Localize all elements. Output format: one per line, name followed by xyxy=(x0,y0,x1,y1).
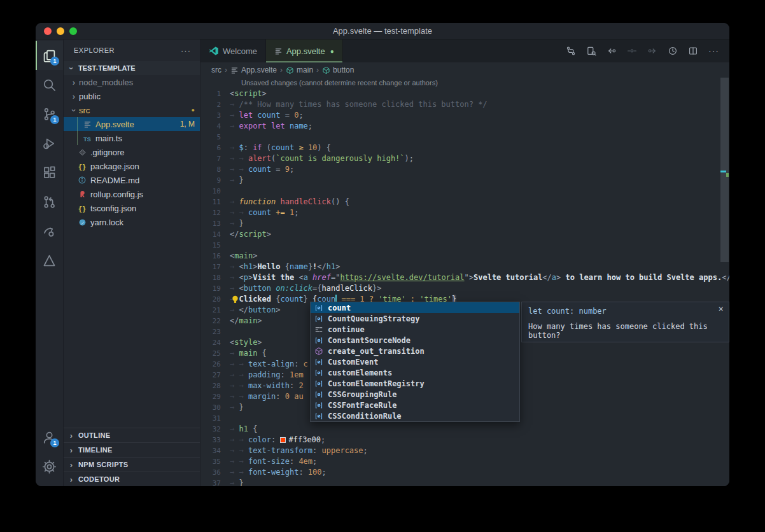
more-actions-icon[interactable]: ··· xyxy=(708,46,719,56)
breadcrumb-item-src[interactable]: src xyxy=(211,66,221,74)
panel-npm-scripts[interactable]: ›NPM SCRIPTS xyxy=(64,457,200,472)
indent-guide xyxy=(77,131,78,145)
suggestion-CustomElementRegistry[interactable]: CustomElementRegistry xyxy=(311,378,519,389)
suggestion-CSSGroupingRule[interactable]: CSSGroupingRule xyxy=(311,389,519,400)
tab-app-svelte[interactable]: App.svelte● xyxy=(266,39,343,62)
badge: 1 xyxy=(50,115,59,124)
chevron-right-icon: › xyxy=(69,78,79,87)
suggestion-continue[interactable]: continue xyxy=(311,324,519,335)
tree-file-.gitignore[interactable]: .gitignore xyxy=(64,145,200,159)
panel-label: OUTLINE xyxy=(78,431,110,439)
activity-item-accounts[interactable]: 1 xyxy=(36,423,63,452)
suggestion-CSSConditionRule[interactable]: CSSConditionRule xyxy=(311,410,519,421)
indent-marker: → xyxy=(239,446,248,455)
suggestion-CustomEvent[interactable]: CustomEvent xyxy=(311,356,519,367)
activity-item-explorer[interactable]: 1 xyxy=(36,41,63,70)
window-title: App.svelte — test-template xyxy=(333,26,432,36)
indent-marker: → xyxy=(230,446,239,455)
tree-file-App.svelte[interactable]: App.svelte1, M xyxy=(64,117,200,131)
minimize-window-button[interactable] xyxy=(57,27,64,35)
activity-item-settings[interactable] xyxy=(36,452,63,481)
badge: 1 xyxy=(50,438,59,447)
panel-outline[interactable]: ›OUTLINE xyxy=(64,428,200,442)
current-change-icon[interactable] xyxy=(627,46,637,56)
readme-icon xyxy=(78,176,87,185)
line-number: 28 xyxy=(200,381,230,391)
code-line: 2→ /** How many times has someone clicke… xyxy=(200,99,729,110)
indent-marker: → xyxy=(230,219,239,228)
chevron-down-icon: › xyxy=(69,105,79,115)
line-number: 21 xyxy=(200,305,230,316)
tree-folder-public[interactable]: ›public xyxy=(64,89,200,103)
tab-welcome[interactable]: Welcome xyxy=(200,39,266,62)
breadcrumb-item-main[interactable]: main xyxy=(286,66,313,74)
zoom-window-button[interactable] xyxy=(69,27,77,35)
split-editor-icon[interactable] xyxy=(688,46,698,56)
line-number: 34 xyxy=(200,445,230,456)
panel-codetour[interactable]: ›CODETOUR xyxy=(64,472,200,486)
activity-item-extensions[interactable] xyxy=(36,158,63,187)
suggestion-create_out_transition[interactable]: create_out_transition xyxy=(311,346,519,356)
code-editor[interactable]: Unsaved changes (cannot determine recent… xyxy=(200,78,729,486)
azure-icon xyxy=(42,253,57,268)
file-label: src xyxy=(79,106,90,115)
breadcrumb-label: App.svelte xyxy=(241,66,277,74)
line-content: → → count += 1; xyxy=(230,207,298,218)
code-line: 8→ → count = 9; xyxy=(200,164,729,175)
editor-actions: ··· xyxy=(566,39,729,62)
vscode-icon xyxy=(209,46,219,56)
breadcrumb-separator: › xyxy=(225,66,227,74)
tree-file-tsconfig.json[interactable]: {}tsconfig.json xyxy=(64,201,200,215)
more-actions-icon[interactable]: ··· xyxy=(181,46,191,55)
previous-change-icon[interactable] xyxy=(607,46,617,56)
next-change-icon[interactable] xyxy=(647,46,657,56)
activity-item-azure[interactable] xyxy=(36,246,63,275)
close-icon[interactable]: × xyxy=(719,304,724,313)
tree-folder-node_modules[interactable]: ›node_modules xyxy=(64,75,200,89)
gitlens-compare-icon[interactable] xyxy=(566,46,576,56)
tree-folder-src[interactable]: ›src● xyxy=(64,103,200,117)
activity-item-github-pull-requests[interactable] xyxy=(36,187,63,216)
gitlens-open-changes-icon[interactable] xyxy=(586,46,596,56)
breadcrumb-separator: › xyxy=(316,66,319,74)
gitignore-icon xyxy=(78,148,87,157)
breadcrumb-item-app-svelte[interactable]: App.svelte xyxy=(230,66,277,74)
file-lines-icon xyxy=(274,47,283,55)
code-line: 4→ export let name; xyxy=(200,121,729,132)
file-history-icon[interactable] xyxy=(668,46,678,56)
activity-item-live-share[interactable] xyxy=(36,216,63,246)
overview-modified-marker xyxy=(726,173,729,177)
tree-file-README.md[interactable]: README.md xyxy=(64,173,200,187)
activity-item-search[interactable] xyxy=(36,70,63,99)
folder-root-row[interactable]: › TEST-TEMPLATE xyxy=(64,61,200,75)
indent-marker: → xyxy=(230,284,239,293)
line-number: 27 xyxy=(200,370,230,381)
sidebar-title: EXPLORER xyxy=(74,46,115,54)
suggestion-ConstantSourceNode[interactable]: ConstantSourceNode xyxy=(311,335,519,346)
activity-item-source-control[interactable]: 1 xyxy=(36,99,63,129)
suggestion-CSSFontFaceRule[interactable]: CSSFontFaceRule xyxy=(311,400,519,410)
yarn-icon xyxy=(78,218,87,227)
activity-item-run-debug[interactable] xyxy=(36,129,63,158)
root-folder-label: TEST-TEMPLATE xyxy=(78,64,136,72)
suggestion-CountQueuingStrategy[interactable]: CountQueuingStrategy xyxy=(311,313,519,324)
suggestion-label: continue xyxy=(328,325,365,334)
line-content: → <p>Visit the <a href="https://svelte.d… xyxy=(230,272,729,283)
codelens-annotation[interactable]: Unsaved changes (cannot determine recent… xyxy=(200,78,729,88)
tree-file-yarn.lock[interactable]: yarn.lock xyxy=(64,215,200,229)
line-content: → $: if (count ≥ 10) { xyxy=(230,143,331,153)
suggestion-customElements[interactable]: customElements xyxy=(311,367,519,378)
chevron-right-icon: › xyxy=(66,445,76,455)
indent-marker: → xyxy=(239,208,248,217)
tree-file-rollup.config.js[interactable]: rollup.config.js xyxy=(64,187,200,201)
suggestion-label: CSSConditionRule xyxy=(328,412,402,421)
breadcrumb-item-button[interactable]: button xyxy=(322,66,354,74)
suggestion-count[interactable]: count xyxy=(311,302,519,313)
tree-file-package.json[interactable]: {}package.json xyxy=(64,159,200,173)
panel-timeline[interactable]: ›TIMELINE xyxy=(64,442,200,457)
symbol-variable-icon xyxy=(314,368,323,377)
editor-scrollbar[interactable] xyxy=(720,78,729,262)
tree-file-main.ts[interactable]: TSmain.ts xyxy=(64,131,200,145)
line-content: → } xyxy=(230,218,244,229)
close-window-button[interactable] xyxy=(44,27,52,35)
